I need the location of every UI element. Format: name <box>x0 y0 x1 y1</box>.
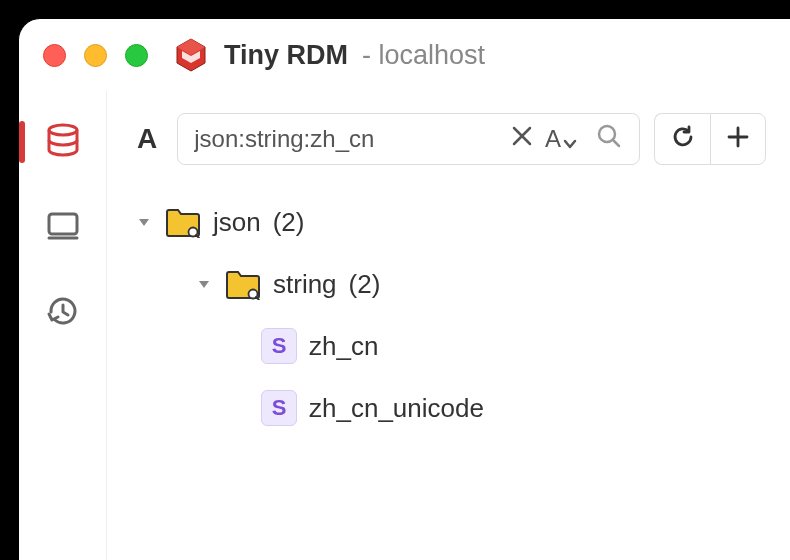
sidebar-item-history[interactable] <box>40 291 86 337</box>
key-label: zh_cn <box>309 331 378 362</box>
sidebar <box>19 91 107 560</box>
toolbar: A A <box>131 113 766 165</box>
chevron-down-icon[interactable] <box>135 213 153 231</box>
minimize-window-button[interactable] <box>84 44 107 67</box>
clear-search-button[interactable] <box>511 125 533 153</box>
server-icon <box>43 206 83 250</box>
plus-icon <box>724 123 752 155</box>
tree-key-zh-cn-unicode[interactable]: S zh_cn_unicode <box>135 377 766 439</box>
string-type-badge: S <box>261 328 297 364</box>
svg-point-0 <box>49 125 77 135</box>
app-title: Tiny RDM <box>224 40 348 71</box>
app-logo-icon <box>172 36 210 74</box>
connection-label: - localhost <box>362 40 485 71</box>
sidebar-item-database[interactable] <box>40 119 86 165</box>
folder-icon <box>225 268 261 300</box>
add-button[interactable] <box>710 113 766 165</box>
folder-label: json <box>213 207 261 238</box>
folder-count: (2) <box>273 207 305 238</box>
main-area: A A <box>19 91 790 560</box>
search-box[interactable]: A <box>177 113 640 165</box>
tree-key-zh-cn[interactable]: S zh_cn <box>135 315 766 377</box>
folder-count: (2) <box>349 269 381 300</box>
tree-folder-json[interactable]: json (2) <box>135 191 766 253</box>
search-icon[interactable] <box>595 122 623 156</box>
string-type-badge: S <box>261 390 297 426</box>
close-window-button[interactable] <box>43 44 66 67</box>
sidebar-item-server[interactable] <box>40 205 86 251</box>
svg-line-6 <box>613 140 619 146</box>
content-panel: A A <box>107 91 790 560</box>
search-input[interactable] <box>194 125 499 153</box>
key-label: zh_cn_unicode <box>309 393 484 424</box>
refresh-button[interactable] <box>654 113 710 165</box>
database-icon <box>43 120 83 164</box>
folder-icon <box>165 206 201 238</box>
filter-letter[interactable]: A <box>131 123 163 155</box>
maximize-window-button[interactable] <box>125 44 148 67</box>
history-icon <box>43 292 83 336</box>
toolbar-button-group <box>654 113 766 165</box>
app-window: Tiny RDM - localhost <box>18 18 790 560</box>
chevron-down-icon[interactable] <box>195 275 213 293</box>
sort-button[interactable]: A <box>545 125 577 153</box>
tree-folder-string[interactable]: string (2) <box>135 253 766 315</box>
svg-marker-9 <box>139 219 149 226</box>
sort-letter: A <box>545 125 561 153</box>
traffic-lights <box>43 44 148 67</box>
key-tree: json (2) string (2) <box>131 191 766 439</box>
refresh-icon <box>669 123 697 155</box>
titlebar: Tiny RDM - localhost <box>19 19 790 91</box>
svg-rect-1 <box>49 214 77 234</box>
folder-label: string <box>273 269 337 300</box>
svg-marker-12 <box>199 281 209 288</box>
